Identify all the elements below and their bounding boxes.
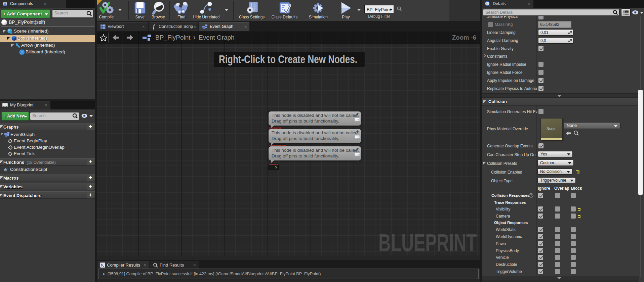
svg-text:f: f [6, 168, 8, 172]
svg-text:?: ? [530, 194, 532, 197]
svg-text:i: i [486, 2, 487, 6]
